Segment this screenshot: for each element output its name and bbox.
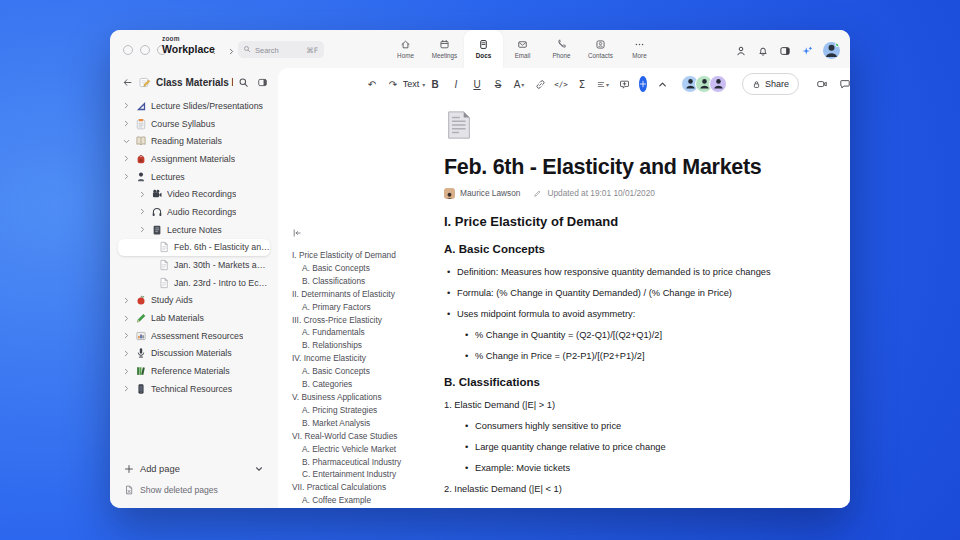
video-icon[interactable] [816, 78, 828, 90]
sidebar-panel-icon[interactable] [257, 77, 268, 88]
italic-button[interactable]: I [450, 75, 462, 93]
chevron-right-icon[interactable] [122, 172, 131, 181]
outline-item[interactable]: VI. Real-World Case Studies [292, 430, 442, 443]
undo-button[interactable]: ↶ [366, 75, 378, 93]
outline-item[interactable]: B. Pharmaceutical Industry [292, 456, 442, 469]
window-controls[interactable] [123, 45, 167, 55]
outline-item[interactable]: II. Determinants of Elasticity [292, 288, 442, 301]
panel-icon[interactable] [779, 45, 791, 57]
share-button[interactable]: Share [742, 73, 799, 95]
code-button[interactable]: </> [555, 75, 567, 93]
nav-tab[interactable]: Docs [464, 30, 503, 68]
outline-item[interactable]: I. Price Elasticity of Demand [292, 249, 442, 262]
profile-icon[interactable] [735, 45, 747, 57]
outline-item[interactable]: V. Business Applications [292, 391, 442, 404]
chevron-right-icon[interactable] [122, 119, 131, 128]
outline-item[interactable]: B. Market Analysis [292, 417, 442, 430]
outline-item[interactable]: A. Basic Concepts [292, 262, 442, 275]
sidebar-item[interactable]: Video Recordings [118, 185, 270, 203]
sidebar-item[interactable]: Assignment Materials [118, 150, 270, 168]
chevron-right-icon[interactable] [122, 154, 131, 163]
sidebar-item[interactable]: Jan. 30th - Markets and P... [118, 256, 270, 274]
align-dropdown[interactable]: ▾ [597, 75, 609, 93]
document-scroll-area[interactable]: I. Price Elasticity of Demand A. Basic C… [278, 100, 850, 508]
chat-icon[interactable] [839, 78, 850, 90]
nav-tab[interactable]: Meetings [425, 30, 464, 68]
collaborator-avatar[interactable] [709, 75, 727, 93]
chevron-right-icon[interactable] [122, 349, 131, 358]
nav-tab[interactable]: Phone [542, 30, 581, 68]
chevron-right-icon[interactable] [122, 314, 131, 323]
nav-tab[interactable]: More [620, 30, 659, 68]
sidebar-item[interactable]: Course Syllabus [118, 115, 270, 133]
outline-item[interactable]: C. Entertainment Industry [292, 468, 442, 481]
sidebar-item[interactable]: Reference Materials [118, 362, 270, 380]
sidebar-item[interactable]: Reading Materials [118, 132, 270, 150]
user-avatar[interactable] [823, 42, 840, 59]
sidebar-item[interactable]: Jan. 23rd - Intro to Econo... [118, 274, 270, 292]
sidebar-item[interactable]: Lecture Slides/Presentations [118, 97, 270, 115]
sidebar-item[interactable]: Feb. 6th - Elasticity and M... [118, 239, 270, 257]
nav-tab[interactable]: Contacts [581, 30, 620, 68]
outline-item[interactable]: A. Basic Concepts [292, 365, 442, 378]
collapse-toolbar-button[interactable] [656, 75, 668, 93]
bell-icon[interactable] [757, 45, 769, 57]
outline-item[interactable]: A. Coffee Example [292, 494, 442, 507]
outline-item[interactable]: III. Cross-Price Elasticity [292, 314, 442, 327]
strikethrough-button[interactable]: S [492, 75, 504, 93]
global-search[interactable]: ⌘F [238, 41, 324, 58]
sidebar-item[interactable]: Study Aids [118, 292, 270, 310]
formula-button[interactable]: Σ [576, 75, 588, 93]
redo-button[interactable]: ↷ [387, 75, 399, 93]
outline-item[interactable]: B. Categories [292, 378, 442, 391]
search-input[interactable] [253, 41, 301, 60]
sidebar-item[interactable]: Assessment Resources [118, 327, 270, 345]
history-forward-button[interactable] [224, 44, 238, 58]
outline-collapse-icon[interactable] [292, 228, 302, 238]
show-deleted-pages-button[interactable]: Show deleted pages [124, 482, 264, 498]
chevron-right-icon[interactable] [122, 384, 131, 393]
outline-item[interactable]: A. Pricing Strategies [292, 404, 442, 417]
chevron-right-icon[interactable] [122, 101, 131, 110]
sidebar-item[interactable]: Lecture Notes [118, 221, 270, 239]
sidebar-item[interactable]: Lectures [118, 168, 270, 186]
comment-button[interactable] [618, 75, 630, 93]
chevron-right-icon[interactable] [122, 367, 131, 376]
sidebar-search-icon[interactable] [238, 77, 249, 88]
nav-tab[interactable]: Email [503, 30, 542, 68]
chevron-down-icon[interactable] [254, 464, 264, 474]
sidebar-item[interactable]: Lab Materials [118, 309, 270, 327]
nav-tab[interactable]: Home [386, 30, 425, 68]
outline-item[interactable]: A. Electric Vehicle Market [292, 443, 442, 456]
sparkle-ai-icon[interactable] [801, 45, 813, 57]
outline-item[interactable]: A. Primary Factors [292, 301, 442, 314]
window-control-close[interactable] [123, 45, 133, 55]
text-color-dropdown[interactable]: A▾ [513, 75, 525, 93]
chevron-right-icon[interactable] [122, 296, 131, 305]
window-control-minimize[interactable] [140, 45, 150, 55]
outline-item[interactable]: A. Fundamentals [292, 326, 442, 339]
chevron-down-icon[interactable] [122, 137, 131, 146]
add-block-button[interactable] [639, 76, 647, 92]
chevron-right-icon[interactable] [138, 190, 147, 199]
sidebar-item[interactable]: Technical Resources [118, 380, 270, 398]
outline-item[interactable]: B. Luxury Car Example [292, 507, 442, 508]
chevron-right-icon[interactable] [138, 207, 147, 216]
chevron-right-icon[interactable] [138, 225, 147, 234]
document-content[interactable]: Feb. 6th - Elasticity and Markets Mauric… [444, 100, 846, 494]
outline-item[interactable]: IV. Income Elasticity [292, 352, 442, 365]
bold-button[interactable]: B [429, 75, 441, 93]
outline-item[interactable]: B. Relationships [292, 339, 442, 352]
chevron-right-icon[interactable] [122, 331, 131, 340]
link-button[interactable] [534, 75, 546, 93]
outline-item[interactable]: VII. Practical Calculations [292, 481, 442, 494]
doc-block: A. Basic Concepts [444, 243, 846, 255]
outline-item[interactable]: B. Classifications [292, 275, 442, 288]
history-back-button[interactable] [206, 44, 220, 58]
underline-button[interactable]: U [471, 75, 483, 93]
text-style-dropdown[interactable]: Text▾ [408, 75, 420, 93]
add-page-button[interactable]: Add page [124, 460, 264, 478]
sidebar-item[interactable]: Audio Recordings [118, 203, 270, 221]
back-arrow-icon[interactable] [122, 77, 133, 88]
sidebar-item[interactable]: Discussion Materials [118, 345, 270, 363]
